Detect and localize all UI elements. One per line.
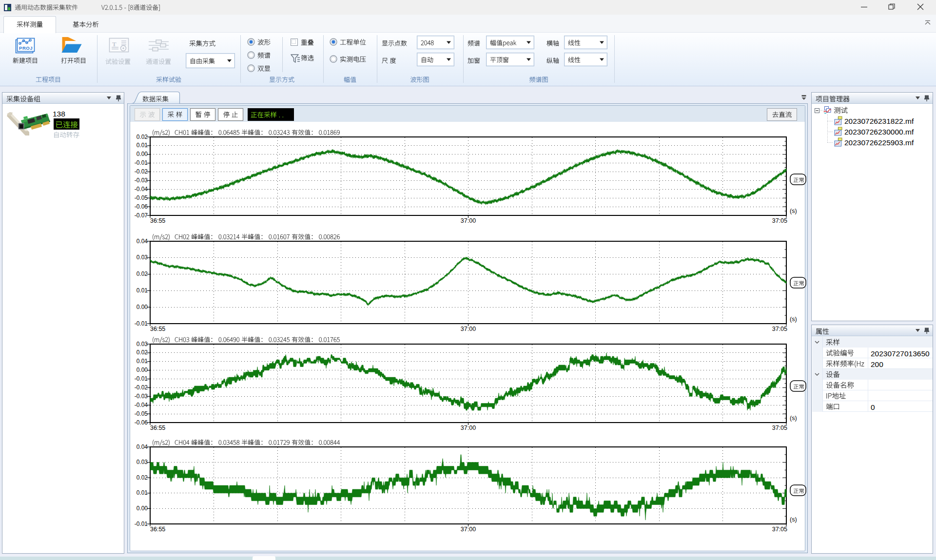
svg-text:PROJ: PROJ — [19, 45, 33, 51]
svg-text:T: T — [112, 40, 117, 48]
